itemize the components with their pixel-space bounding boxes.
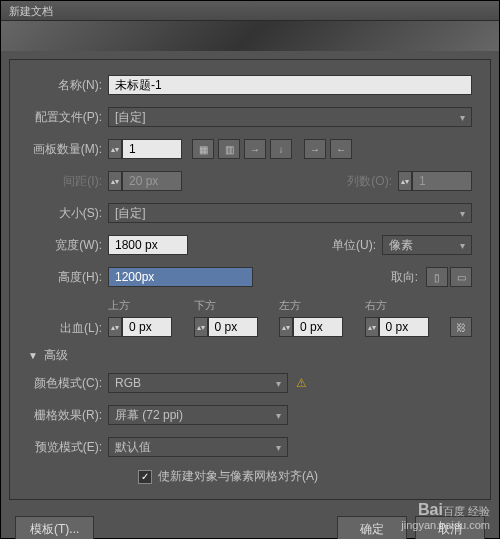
- spacing-label: 间距(I):: [28, 173, 108, 190]
- preview-label: 预览模式(E):: [28, 439, 108, 456]
- bleed-top-input[interactable]: [122, 317, 172, 337]
- rtl-icon[interactable]: ←: [330, 139, 352, 159]
- align-pixel-checkbox[interactable]: ✓ 使新建对象与像素网格对齐(A): [138, 468, 472, 485]
- watermark-url: jingyan.baidu.com: [401, 519, 490, 531]
- orientation-portrait-icon[interactable]: ▯: [426, 267, 448, 287]
- ltr-icon[interactable]: →: [304, 139, 326, 159]
- new-document-dialog: 新建文档 名称(N): 配置文件(P): [自定] 画板数量(M): ▴▾ ▦ …: [0, 0, 500, 539]
- spacing-input: [122, 171, 182, 191]
- height-input[interactable]: [108, 267, 253, 287]
- bleed-bottom-label: 下方: [194, 298, 274, 313]
- arrange-grid-col-icon[interactable]: ▥: [218, 139, 240, 159]
- bleed-bottom-stepper[interactable]: ▴▾: [194, 317, 208, 337]
- colormode-value: RGB: [115, 376, 141, 390]
- width-input[interactable]: [108, 235, 188, 255]
- raster-label: 栅格效果(R):: [28, 407, 108, 424]
- height-label: 高度(H):: [28, 269, 108, 286]
- preview-value: 默认值: [115, 439, 151, 456]
- advanced-disclosure[interactable]: ▼ 高级: [28, 347, 472, 364]
- artboards-stepper[interactable]: ▴▾: [108, 139, 122, 159]
- align-pixel-label: 使新建对象与像素网格对齐(A): [158, 468, 318, 485]
- triangle-down-icon: ▼: [28, 350, 38, 361]
- arrange-grid-row-icon[interactable]: ▦: [192, 139, 214, 159]
- link-bleed-icon[interactable]: ⛓: [450, 317, 472, 337]
- orientation-landscape-icon[interactable]: ▭: [450, 267, 472, 287]
- header-bg: [1, 21, 499, 51]
- columns-stepper: ▴▾: [398, 171, 412, 191]
- columns-input: [412, 171, 472, 191]
- checkbox-icon: ✓: [138, 470, 152, 484]
- bleed-top-stepper[interactable]: ▴▾: [108, 317, 122, 337]
- preview-select[interactable]: 默认值: [108, 437, 288, 457]
- bleed-left-input[interactable]: [293, 317, 343, 337]
- warning-icon: ⚠: [296, 376, 307, 390]
- artboards-input[interactable]: [122, 139, 182, 159]
- profile-label: 配置文件(P):: [28, 109, 108, 126]
- title-bar: 新建文档: [1, 1, 499, 21]
- raster-value: 屏幕 (72 ppi): [115, 407, 183, 424]
- bleed-label: 出血(L):: [28, 320, 108, 337]
- spacing-stepper: ▴▾: [108, 171, 122, 191]
- ok-button[interactable]: 确定: [337, 516, 407, 539]
- size-label: 大小(S):: [28, 205, 108, 222]
- watermark-brand2: 百度: [443, 505, 465, 517]
- orientation-label: 取向:: [384, 269, 424, 286]
- arrange-row-icon[interactable]: →: [244, 139, 266, 159]
- artboards-label: 画板数量(M):: [28, 141, 108, 158]
- bleed-bottom-input[interactable]: [208, 317, 258, 337]
- width-label: 宽度(W):: [28, 237, 108, 254]
- bleed-top-label: 上方: [108, 298, 188, 313]
- bleed-left-label: 左方: [279, 298, 359, 313]
- main-panel: 名称(N): 配置文件(P): [自定] 画板数量(M): ▴▾ ▦ ▥ → ↓…: [9, 59, 491, 500]
- raster-select[interactable]: 屏幕 (72 ppi): [108, 405, 288, 425]
- bleed-right-input[interactable]: [379, 317, 429, 337]
- template-button[interactable]: 模板(T)...: [15, 516, 94, 539]
- arrange-col-icon[interactable]: ↓: [270, 139, 292, 159]
- colormode-select[interactable]: RGB: [108, 373, 288, 393]
- bleed-right-stepper[interactable]: ▴▾: [365, 317, 379, 337]
- watermark-brand3: 经验: [468, 505, 490, 517]
- size-select[interactable]: [自定]: [108, 203, 472, 223]
- watermark: Bai百度 经验 jingyan.baidu.com: [401, 501, 490, 531]
- units-value: 像素: [389, 237, 413, 254]
- bleed-left-stepper[interactable]: ▴▾: [279, 317, 293, 337]
- profile-select[interactable]: [自定]: [108, 107, 472, 127]
- units-label: 单位(U):: [322, 237, 382, 254]
- profile-value: [自定]: [115, 109, 146, 126]
- size-value: [自定]: [115, 205, 146, 222]
- advanced-label: 高级: [44, 347, 68, 364]
- arrange-group: ▦ ▥ → ↓ → ←: [190, 139, 352, 159]
- bleed-right-label: 右方: [365, 298, 445, 313]
- units-select[interactable]: 像素: [382, 235, 472, 255]
- watermark-brand: Bai: [418, 501, 443, 518]
- name-label: 名称(N):: [28, 77, 108, 94]
- colormode-label: 颜色模式(C):: [28, 375, 108, 392]
- columns-label: 列数(O):: [338, 173, 398, 190]
- name-input[interactable]: [108, 75, 472, 95]
